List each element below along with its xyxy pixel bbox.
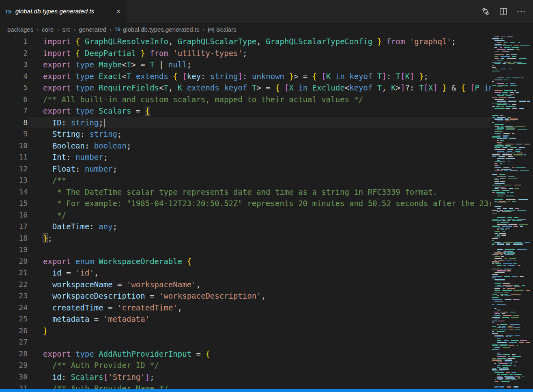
line-number[interactable]: 6	[0, 94, 28, 106]
line-number[interactable]: 15	[0, 198, 28, 209]
line-number[interactable]: 18	[0, 233, 28, 244]
code-line[interactable]: 29 /** Auth Provider ID */	[0, 360, 491, 371]
code-line[interactable]: 9 String: string;	[0, 128, 491, 140]
line-number[interactable]: 25	[0, 313, 28, 325]
code-line[interactable]: 6/** All built-in and custom scalars, ma…	[0, 94, 491, 106]
line-number[interactable]: 16	[0, 209, 28, 221]
line-number[interactable]: 30	[0, 371, 28, 383]
breadcrumb-item-src[interactable]: src	[62, 26, 70, 33]
line-number[interactable]: 20	[0, 256, 28, 267]
code-line-text: /**	[28, 174, 491, 186]
line-number[interactable]: 19	[0, 244, 28, 256]
breadcrumb-item-core[interactable]: core	[42, 26, 54, 33]
line-number[interactable]: 17	[0, 221, 28, 233]
line-number[interactable]: 1	[0, 36, 28, 47]
breadcrumb-item-generated[interactable]: generated	[79, 26, 106, 33]
editor[interactable]: 1import { GraphQLResolveInfo, GraphQLSca…	[0, 36, 533, 389]
code-line-text: DateTime: any;	[28, 221, 491, 233]
code-line-text: * For example: "1985-04-12T23:20:50.52Z"…	[28, 198, 491, 209]
open-changes-icon[interactable]	[479, 5, 492, 17]
tab-strip-empty	[127, 0, 474, 23]
code-line[interactable]: 31 /** Auth Provider Name */	[0, 383, 491, 389]
line-number[interactable]: 26	[0, 325, 28, 337]
code-line[interactable]: 23 workspaceDescription = 'workspaceDesc…	[0, 290, 491, 302]
line-number[interactable]: 3	[0, 59, 28, 71]
line-number[interactable]: 8	[0, 117, 28, 129]
line-number[interactable]: 11	[0, 151, 28, 163]
code-line-text: /** All built-in and custom scalars, map…	[28, 94, 491, 106]
code-line[interactable]: 27	[0, 336, 491, 348]
line-number[interactable]: 31	[0, 383, 28, 389]
line-number[interactable]: 22	[0, 279, 28, 291]
line-number[interactable]: 23	[0, 290, 28, 302]
line-number[interactable]: 2	[0, 47, 28, 59]
code-line[interactable]: 17 DateTime: any;	[0, 221, 491, 233]
line-number[interactable]: 29	[0, 360, 28, 371]
code-line[interactable]: 10 Boolean: boolean;	[0, 140, 491, 152]
line-number[interactable]: 7	[0, 105, 28, 117]
code-line[interactable]: 22 workspaceName = 'workspaceName',	[0, 279, 491, 291]
code-line-text: export type RequireFields<T, K extends k…	[28, 82, 491, 94]
symbol-type-icon: [⊘]	[208, 26, 214, 32]
code-line[interactable]: 25 metadata = 'metadata'	[0, 313, 491, 325]
code-line-text: String: string;	[28, 128, 491, 140]
line-number[interactable]: 12	[0, 163, 28, 175]
code-line[interactable]: 24 createdTime = 'createdTime',	[0, 302, 491, 314]
code-line-text: * The DateTime scalar type represents da…	[28, 186, 491, 198]
code-line[interactable]: 3export type Maybe<T> = T | null;	[0, 59, 491, 71]
vscode-window: TS global.db.types.generated.ts × ⋯	[0, 0, 533, 392]
breadcrumb-item-global-db-types-generated-ts[interactable]: TSglobal.db.types.generated.ts	[115, 26, 200, 33]
code-line-text: /** Auth Provider Name */	[28, 383, 491, 389]
code-line[interactable]: 26}	[0, 325, 491, 337]
code-line[interactable]: 30 id: Scalars['String'];	[0, 371, 491, 383]
code-line[interactable]: 19	[0, 244, 491, 256]
tab-global-db-types-generated[interactable]: TS global.db.types.generated.ts ×	[0, 0, 127, 23]
line-number[interactable]: 9	[0, 128, 28, 140]
code-line[interactable]: 12 Float: number;	[0, 163, 491, 175]
code-line[interactable]: 4export type Exact<T extends { [key: str…	[0, 71, 491, 82]
code-line-text: export type Scalars = {	[28, 105, 491, 117]
code-line-text: id = 'id',	[28, 267, 491, 279]
code-line-text: export type AddAuthProviderInput = {	[28, 348, 491, 360]
code-area[interactable]: 1import { GraphQLResolveInfo, GraphQLSca…	[0, 36, 491, 389]
code-line[interactable]: 2import { DeepPartial } from 'utility-ty…	[0, 47, 491, 59]
typescript-icon: TS	[5, 9, 12, 15]
code-line[interactable]: 13 /**	[0, 174, 491, 186]
line-number[interactable]: 13	[0, 174, 28, 186]
code-line[interactable]: 11 Int: number;	[0, 151, 491, 163]
split-editor-icon[interactable]	[497, 5, 509, 17]
code-line-text: id: Scalars['String'];	[28, 371, 491, 383]
close-icon[interactable]: ×	[114, 7, 122, 16]
code-line[interactable]: 28export type AddAuthProviderInput = {	[0, 348, 491, 360]
code-line-text: */	[28, 209, 491, 221]
code-line-text: import { GraphQLResolveInfo, GraphQLScal…	[28, 36, 491, 47]
more-actions-icon[interactable]: ⋯	[515, 5, 527, 17]
code-line-text: };	[28, 233, 491, 244]
text-cursor	[104, 119, 105, 127]
code-line[interactable]: 15 * For example: "1985-04-12T23:20:50.5…	[0, 198, 491, 209]
code-line[interactable]: 5export type RequireFields<T, K extends …	[0, 82, 491, 94]
code-line[interactable]: 1import { GraphQLResolveInfo, GraphQLSca…	[0, 36, 491, 47]
code-line[interactable]: 7export type Scalars = {	[0, 105, 491, 117]
line-number[interactable]: 5	[0, 82, 28, 94]
line-number[interactable]: 10	[0, 140, 28, 152]
breadcrumb-item-packages[interactable]: packages	[7, 26, 33, 33]
line-number[interactable]: 4	[0, 71, 28, 82]
minimap[interactable]	[491, 36, 531, 389]
line-number[interactable]: 21	[0, 267, 28, 279]
breadcrumb-separator: ›	[202, 26, 205, 33]
status-bar	[0, 389, 533, 392]
code-line[interactable]: 16 */	[0, 209, 491, 221]
line-number[interactable]: 28	[0, 348, 28, 360]
code-line[interactable]: 18};	[0, 233, 491, 244]
code-line[interactable]: 8 ID: string;	[0, 117, 491, 129]
code-line[interactable]: 21 id = 'id',	[0, 267, 491, 279]
breadcrumb-item-scalars[interactable]: [⊘]Scalars	[208, 26, 236, 33]
code-line[interactable]: 14 * The DateTime scalar type represents…	[0, 186, 491, 198]
line-number[interactable]: 24	[0, 302, 28, 314]
line-number[interactable]: 27	[0, 336, 28, 348]
code-line-text: export enum WorkspaceOrderable {	[28, 256, 491, 267]
code-line-text: export type Maybe<T> = T | null;	[28, 59, 491, 71]
line-number[interactable]: 14	[0, 186, 28, 198]
code-line[interactable]: 20export enum WorkspaceOrderable {	[0, 256, 491, 267]
